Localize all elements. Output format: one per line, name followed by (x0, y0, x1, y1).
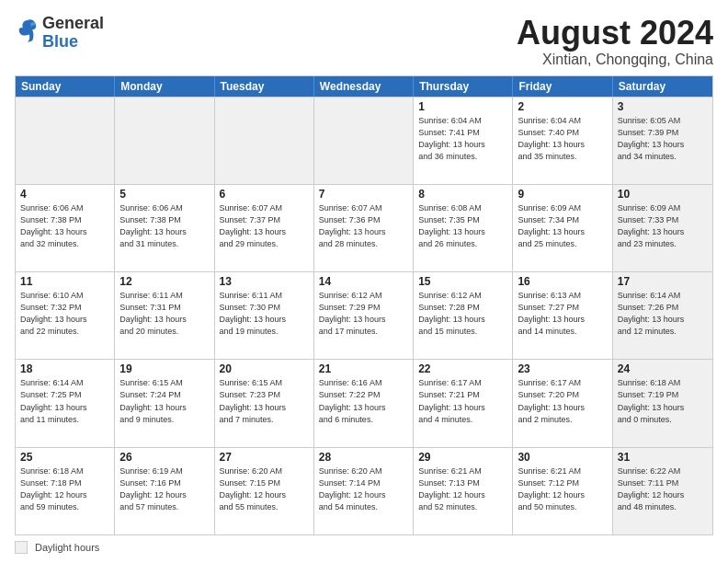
day-details: Sunrise: 6:06 AM Sunset: 7:38 PM Dayligh… (119, 202, 209, 250)
day-number: 30 (518, 451, 607, 464)
logo-bird-icon (17, 18, 39, 44)
day-details: Sunrise: 6:08 AM Sunset: 7:35 PM Dayligh… (418, 202, 507, 250)
calendar-header-cell: Friday (513, 76, 612, 97)
day-details: Sunrise: 6:20 AM Sunset: 7:15 PM Dayligh… (220, 465, 309, 513)
calendar-week: 1Sunrise: 6:04 AM Sunset: 7:41 PM Daylig… (16, 97, 712, 184)
day-number: 9 (518, 188, 607, 201)
day-number: 10 (618, 188, 708, 201)
day-details: Sunrise: 6:15 AM Sunset: 7:23 PM Dayligh… (220, 377, 309, 425)
table-row: 30Sunrise: 6:21 AM Sunset: 7:12 PM Dayli… (513, 448, 612, 534)
day-number: 24 (618, 362, 708, 375)
day-number: 4 (20, 188, 109, 201)
day-details: Sunrise: 6:07 AM Sunset: 7:36 PM Dayligh… (319, 202, 408, 250)
table-row: 6Sunrise: 6:07 AM Sunset: 7:37 PM Daylig… (215, 185, 314, 271)
day-details: Sunrise: 6:18 AM Sunset: 7:19 PM Dayligh… (618, 377, 708, 425)
day-details: Sunrise: 6:18 AM Sunset: 7:18 PM Dayligh… (20, 465, 109, 513)
calendar-header-cell: Monday (115, 76, 214, 97)
table-row: 2Sunrise: 6:04 AM Sunset: 7:40 PM Daylig… (513, 98, 612, 184)
table-row (16, 98, 115, 184)
day-details: Sunrise: 6:10 AM Sunset: 7:32 PM Dayligh… (20, 290, 109, 338)
day-number: 27 (220, 451, 309, 464)
table-row: 10Sunrise: 6:09 AM Sunset: 7:33 PM Dayli… (613, 185, 712, 271)
table-row: 29Sunrise: 6:21 AM Sunset: 7:13 PM Dayli… (414, 448, 513, 534)
calendar-header-cell: Thursday (414, 76, 513, 97)
calendar-header-cell: Wednesday (314, 76, 414, 97)
legend: Daylight hours (15, 541, 713, 554)
day-number: 1 (418, 100, 507, 113)
table-row: 3Sunrise: 6:05 AM Sunset: 7:39 PM Daylig… (613, 98, 712, 184)
table-row: 24Sunrise: 6:18 AM Sunset: 7:19 PM Dayli… (613, 360, 712, 446)
day-details: Sunrise: 6:05 AM Sunset: 7:39 PM Dayligh… (618, 115, 708, 163)
table-row: 18Sunrise: 6:14 AM Sunset: 7:25 PM Dayli… (16, 360, 115, 446)
table-row: 23Sunrise: 6:17 AM Sunset: 7:20 PM Dayli… (513, 360, 612, 446)
day-number: 31 (618, 451, 708, 464)
table-row: 22Sunrise: 6:17 AM Sunset: 7:21 PM Dayli… (414, 360, 513, 446)
table-row: 8Sunrise: 6:08 AM Sunset: 7:35 PM Daylig… (414, 185, 513, 271)
day-number: 6 (220, 188, 309, 201)
table-row: 25Sunrise: 6:18 AM Sunset: 7:18 PM Dayli… (16, 448, 115, 534)
table-row: 16Sunrise: 6:13 AM Sunset: 7:27 PM Dayli… (513, 272, 612, 359)
calendar: SundayMondayTuesdayWednesdayThursdayFrid… (15, 75, 713, 535)
title-location: Xintian, Chongqing, China (517, 52, 713, 68)
day-number: 12 (119, 275, 209, 288)
day-details: Sunrise: 6:04 AM Sunset: 7:40 PM Dayligh… (518, 115, 607, 163)
table-row: 4Sunrise: 6:06 AM Sunset: 7:38 PM Daylig… (16, 185, 115, 271)
day-number: 18 (20, 362, 109, 375)
table-row (115, 98, 214, 184)
calendar-week: 18Sunrise: 6:14 AM Sunset: 7:25 PM Dayli… (16, 359, 712, 446)
legend-box (15, 541, 28, 554)
day-details: Sunrise: 6:14 AM Sunset: 7:25 PM Dayligh… (20, 377, 109, 425)
day-details: Sunrise: 6:20 AM Sunset: 7:14 PM Dayligh… (319, 465, 408, 513)
table-row: 19Sunrise: 6:15 AM Sunset: 7:24 PM Dayli… (115, 360, 214, 446)
calendar-week: 11Sunrise: 6:10 AM Sunset: 7:32 PM Dayli… (16, 271, 712, 359)
calendar-body: 1Sunrise: 6:04 AM Sunset: 7:41 PM Daylig… (16, 97, 712, 534)
day-details: Sunrise: 6:14 AM Sunset: 7:26 PM Dayligh… (618, 290, 708, 338)
day-details: Sunrise: 6:13 AM Sunset: 7:27 PM Dayligh… (518, 290, 607, 338)
logo: General Blue (15, 15, 104, 52)
day-details: Sunrise: 6:22 AM Sunset: 7:11 PM Dayligh… (618, 465, 708, 513)
day-number: 5 (119, 188, 209, 201)
title-month: August 2024 (517, 15, 713, 52)
table-row: 26Sunrise: 6:19 AM Sunset: 7:16 PM Dayli… (115, 448, 214, 534)
day-details: Sunrise: 6:19 AM Sunset: 7:16 PM Dayligh… (119, 465, 209, 513)
day-number: 25 (20, 451, 109, 464)
calendar-week: 25Sunrise: 6:18 AM Sunset: 7:18 PM Dayli… (16, 447, 712, 534)
day-details: Sunrise: 6:17 AM Sunset: 7:21 PM Dayligh… (418, 377, 507, 425)
table-row: 7Sunrise: 6:07 AM Sunset: 7:36 PM Daylig… (314, 185, 414, 271)
day-number: 11 (20, 275, 109, 288)
day-details: Sunrise: 6:12 AM Sunset: 7:28 PM Dayligh… (418, 290, 507, 338)
header: General Blue August 2024 Xintian, Chongq… (15, 15, 713, 68)
table-row: 11Sunrise: 6:10 AM Sunset: 7:32 PM Dayli… (16, 272, 115, 359)
day-details: Sunrise: 6:12 AM Sunset: 7:29 PM Dayligh… (319, 290, 408, 338)
title-block: August 2024 Xintian, Chongqing, China (517, 15, 713, 68)
table-row: 27Sunrise: 6:20 AM Sunset: 7:15 PM Dayli… (215, 448, 314, 534)
day-number: 15 (418, 275, 507, 288)
day-details: Sunrise: 6:11 AM Sunset: 7:30 PM Dayligh… (220, 290, 309, 338)
day-number: 8 (418, 188, 507, 201)
table-row: 12Sunrise: 6:11 AM Sunset: 7:31 PM Dayli… (115, 272, 214, 359)
day-number: 26 (119, 451, 209, 464)
day-number: 7 (319, 188, 408, 201)
table-row: 15Sunrise: 6:12 AM Sunset: 7:28 PM Dayli… (414, 272, 513, 359)
day-details: Sunrise: 6:21 AM Sunset: 7:12 PM Dayligh… (518, 465, 607, 513)
table-row: 1Sunrise: 6:04 AM Sunset: 7:41 PM Daylig… (414, 98, 513, 184)
calendar-header: SundayMondayTuesdayWednesdayThursdayFrid… (16, 76, 712, 97)
table-row (215, 98, 314, 184)
calendar-header-cell: Saturday (613, 76, 712, 97)
day-number: 28 (319, 451, 408, 464)
day-number: 3 (618, 100, 708, 113)
logo-blue-text: Blue (42, 32, 78, 51)
day-number: 20 (220, 362, 309, 375)
table-row: 9Sunrise: 6:09 AM Sunset: 7:34 PM Daylig… (513, 185, 612, 271)
day-number: 2 (518, 100, 607, 113)
table-row: 20Sunrise: 6:15 AM Sunset: 7:23 PM Dayli… (215, 360, 314, 446)
day-details: Sunrise: 6:16 AM Sunset: 7:22 PM Dayligh… (319, 377, 408, 425)
day-details: Sunrise: 6:15 AM Sunset: 7:24 PM Dayligh… (119, 377, 209, 425)
legend-label: Daylight hours (35, 542, 99, 553)
day-details: Sunrise: 6:11 AM Sunset: 7:31 PM Dayligh… (119, 290, 209, 338)
day-number: 13 (220, 275, 309, 288)
day-number: 23 (518, 362, 607, 375)
table-row: 21Sunrise: 6:16 AM Sunset: 7:22 PM Dayli… (314, 360, 414, 446)
table-row: 5Sunrise: 6:06 AM Sunset: 7:38 PM Daylig… (115, 185, 214, 271)
day-number: 14 (319, 275, 408, 288)
